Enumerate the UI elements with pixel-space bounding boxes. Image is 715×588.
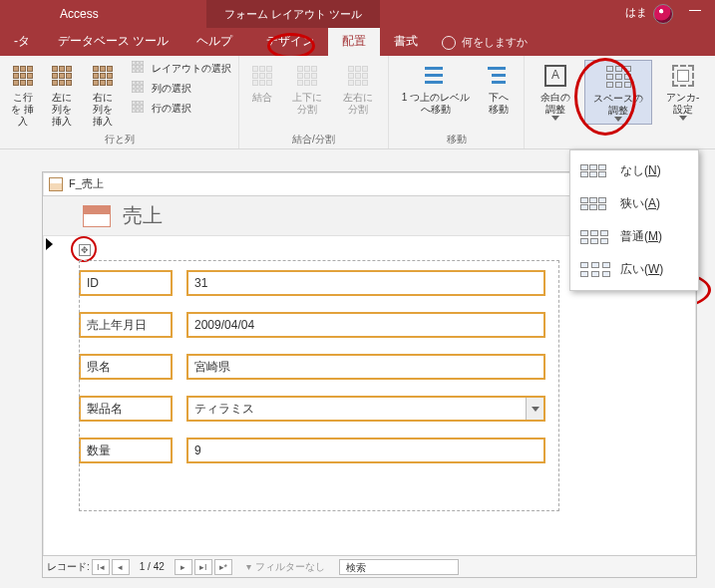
chevron-down-icon — [551, 116, 559, 121]
lightbulb-icon — [442, 36, 456, 50]
field-id[interactable]: 31 — [186, 270, 545, 296]
nav-first-button[interactable]: І◂ — [92, 559, 110, 575]
spacing-narrow[interactable]: 狭い(A) — [570, 187, 698, 220]
user-name: はま — [625, 5, 647, 20]
record-navigation-bar: レコード: І◂ ◂ 1 / 42 ▸ ▸І ▸* ▾ フィルターなし 検索 — [43, 555, 696, 577]
contextual-tab-title: フォーム レイアウト ツール — [206, 0, 380, 28]
record-search-box[interactable]: 検索 — [339, 559, 459, 575]
select-layout-button[interactable]: レイアウトの選択 — [130, 60, 233, 78]
field-prefecture[interactable]: 宮崎県 — [186, 354, 545, 380]
ribbon-tabs: -タ データベース ツール ヘルプ デザイン 配置 書式 何をしますか — [0, 28, 715, 56]
spacing-none[interactable]: なし(N) — [570, 154, 698, 187]
anchoring-button[interactable]: アンカ- 設定 — [656, 60, 709, 125]
tab-design[interactable]: デザイン — [252, 27, 328, 56]
tell-me[interactable]: 何をしますか — [432, 29, 537, 56]
record-selector-icon[interactable] — [46, 238, 53, 250]
minimize-icon[interactable] — [689, 10, 701, 11]
chevron-down-icon — [679, 116, 687, 121]
group-label-move: 移動 — [447, 131, 467, 147]
tab-arrange[interactable]: 配置 — [328, 27, 380, 56]
move-down-button[interactable]: 下へ移動 — [481, 60, 518, 118]
ribbon-group-merge-split: 結合 上下に 分割 左右に 分割 結合/分割 — [239, 56, 389, 148]
ribbon-group-move: 1 つ上のレベル へ移動 下へ移動 移動 — [389, 56, 525, 148]
tell-me-label: 何をしますか — [462, 35, 528, 50]
app-title: Access — [60, 7, 99, 21]
form-heading: 売上 — [123, 202, 163, 229]
insert-col-right-button[interactable]: 右に列を 挿入 — [85, 60, 122, 130]
tab-database-tools[interactable]: データベース ツール — [44, 27, 182, 56]
title-bar: Access フォーム レイアウト ツール はま — [0, 0, 715, 28]
control-spacing-button[interactable]: スペースの 調整 — [584, 60, 652, 125]
combo-dropdown-button[interactable] — [526, 398, 543, 420]
insert-left-label: 左に列を 挿入 — [48, 92, 77, 128]
layout-handle[interactable]: ✥ — [79, 244, 91, 256]
tab-help[interactable]: ヘルプ — [182, 27, 246, 56]
record-position: 1 / 42 — [132, 561, 173, 572]
label-date[interactable]: 売上年月日 — [79, 312, 173, 338]
record-label: レコード: — [47, 560, 90, 574]
ribbon: こ行を 挿入 左に列を 挿入 右に列を 挿入 レイアウトの選択 列の選択 行の選… — [0, 56, 715, 149]
label-product[interactable]: 製品名 — [79, 396, 173, 422]
field-product[interactable]: ティラミス — [186, 396, 545, 422]
nav-new-button[interactable]: ▸* — [214, 559, 232, 575]
select-row-button[interactable]: 行の選択 — [130, 100, 233, 118]
group-label-rows-cols: 行と列 — [105, 131, 135, 147]
nav-prev-button[interactable]: ◂ — [112, 559, 130, 575]
insert-col-left-button[interactable]: 左に列を 挿入 — [44, 60, 81, 130]
field-date[interactable]: 2009/04/04 — [186, 312, 545, 338]
split-vertical-button: 上下に 分割 — [283, 60, 331, 118]
label-quantity[interactable]: 数量 — [79, 438, 173, 463]
form-icon — [49, 177, 63, 191]
nav-last-button[interactable]: ▸І — [194, 559, 212, 575]
label-prefecture[interactable]: 県名 — [79, 354, 173, 380]
select-column-button[interactable]: 列の選択 — [130, 80, 233, 98]
merge-button: 結合 — [245, 60, 279, 118]
tab-format[interactable]: 書式 — [380, 27, 432, 56]
spacing-wide[interactable]: 広い(W) — [570, 253, 698, 286]
field-quantity[interactable]: 9 — [186, 438, 545, 463]
split-horizontal-button: 左右に 分割 — [335, 60, 383, 118]
chevron-down-icon — [532, 407, 539, 412]
group-label-merge: 結合/分割 — [292, 131, 335, 147]
spacing-dropdown: なし(N) 狭い(A) 普通(M) 広い(W) — [569, 149, 699, 291]
funnel-icon: ▾ — [246, 561, 251, 572]
move-up-level-button[interactable]: 1 つ上のレベル へ移動 — [395, 60, 477, 118]
insert-right-label: 右に列を 挿入 — [89, 92, 118, 128]
insert-row-above-button[interactable]: こ行を 挿入 — [6, 60, 40, 130]
filter-indicator[interactable]: ▾ フィルターなし — [246, 560, 325, 574]
layout-grid: ID 31 売上年月日 2009/04/04 県名 宮崎県 製品名 ティラミス … — [79, 270, 678, 463]
label-id[interactable]: ID — [79, 270, 173, 296]
user-avatar-icon[interactable] — [653, 4, 673, 24]
insert-above-label: こ行を 挿入 — [10, 92, 36, 128]
nav-next-button[interactable]: ▸ — [175, 559, 192, 575]
ribbon-group-position: 余白の 調整 スペースの 調整 アンカ- 設定 — [525, 56, 715, 148]
padding-button[interactable]: 余白の 調整 — [531, 60, 580, 125]
form-tab-name: F_売上 — [69, 176, 104, 191]
group-label-pos — [618, 134, 621, 147]
form-header-icon — [83, 205, 111, 227]
spacing-normal[interactable]: 普通(M) — [570, 220, 698, 253]
ribbon-group-rows-cols: こ行を 挿入 左に列を 挿入 右に列を 挿入 レイアウトの選択 列の選択 行の選… — [0, 56, 239, 148]
chevron-down-icon — [614, 117, 622, 122]
tab-data-partial[interactable]: -タ — [0, 27, 44, 56]
